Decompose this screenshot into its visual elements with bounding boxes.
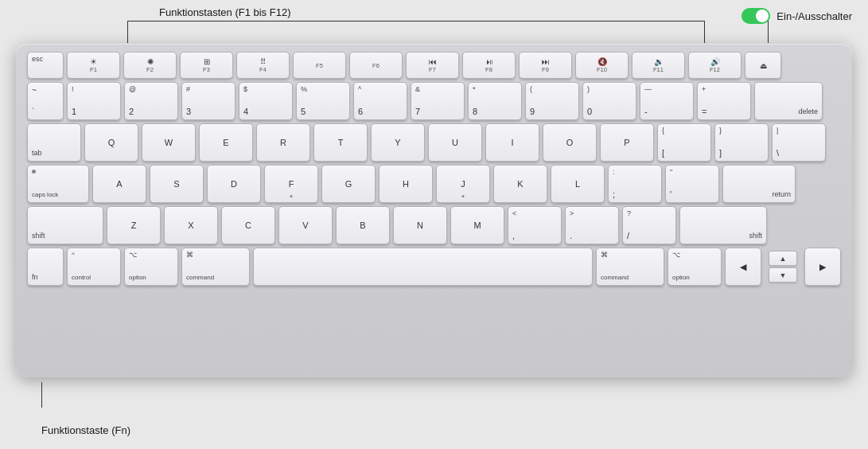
zxcv-key-row: shift Z X C V B N M < , > . ? / shift bbox=[27, 206, 841, 244]
fn-key-annotation: Funktionstaste (Fn) bbox=[41, 424, 130, 436]
j-bump bbox=[462, 195, 465, 197]
key-f8[interactable]: ⏯ F8 bbox=[462, 52, 516, 79]
key-d[interactable]: D bbox=[207, 165, 261, 203]
key-f3[interactable]: ⊞ F3 bbox=[180, 52, 233, 79]
key-caps-lock[interactable]: caps lock bbox=[27, 165, 89, 203]
key-f6[interactable]: F6 bbox=[349, 52, 403, 79]
key-k[interactable]: K bbox=[493, 165, 547, 203]
key-slash[interactable]: ? / bbox=[622, 206, 676, 244]
key-a[interactable]: A bbox=[92, 165, 146, 203]
function-keys-annotation: Funktionstasten (F1 bis F12) bbox=[159, 6, 290, 18]
key-option-right[interactable]: ⌥ option bbox=[668, 248, 722, 286]
key-arrow-right[interactable]: ▶ bbox=[804, 248, 841, 286]
function-keys-line-left bbox=[127, 21, 128, 43]
key-n[interactable]: N bbox=[393, 206, 447, 244]
key-x[interactable]: X bbox=[164, 206, 218, 244]
key-f[interactable]: F bbox=[264, 165, 318, 203]
key-f1[interactable]: ☀ F1 bbox=[67, 52, 120, 79]
key-f12[interactable]: 🔊 F12 bbox=[688, 52, 741, 79]
key-control[interactable]: ^ control bbox=[67, 248, 121, 286]
key-return[interactable]: return bbox=[722, 165, 796, 203]
key-h[interactable]: H bbox=[379, 165, 433, 203]
key-c[interactable]: C bbox=[221, 206, 275, 244]
key-shift-right[interactable]: shift bbox=[679, 206, 767, 244]
asdf-key-row: caps lock A S D F G H J K L : ; " ' retu… bbox=[27, 165, 841, 203]
key-4[interactable]: $ 4 bbox=[239, 82, 293, 120]
key-bracket-open[interactable]: { [ bbox=[657, 123, 711, 162]
key-3[interactable]: # 3 bbox=[181, 82, 235, 120]
key-bracket-close[interactable]: } ] bbox=[714, 123, 769, 162]
key-equals[interactable]: + = bbox=[697, 82, 751, 120]
key-f5[interactable]: F5 bbox=[293, 52, 346, 79]
key-minus[interactable]: — - bbox=[640, 82, 694, 120]
key-8[interactable]: * 8 bbox=[468, 82, 522, 120]
f-bump bbox=[290, 195, 293, 197]
key-u[interactable]: U bbox=[428, 123, 482, 162]
power-line bbox=[768, 21, 769, 43]
key-p[interactable]: P bbox=[600, 123, 654, 162]
key-arrow-up-down: ▲ ▼ bbox=[765, 248, 801, 286]
keyboard: esc ☀ F1 ✺ F2 ⊞ F3 ⠿ F4 F5 F6 ⏮ F7 ⏯ bbox=[16, 44, 852, 377]
key-9[interactable]: ( 9 bbox=[525, 82, 579, 120]
key-y[interactable]: Y bbox=[371, 123, 425, 162]
key-7[interactable]: & 7 bbox=[411, 82, 465, 120]
power-switch-area: Ein-/Ausschalter bbox=[741, 8, 852, 24]
key-command-left[interactable]: ⌘ command bbox=[181, 248, 250, 286]
key-eject[interactable]: ⏏ bbox=[745, 52, 781, 79]
key-5[interactable]: % 5 bbox=[296, 82, 350, 120]
qwerty-key-row: tab Q W E R T Y U I O P { [ } ] | \ bbox=[27, 123, 841, 162]
key-j[interactable]: J bbox=[436, 165, 490, 203]
key-backslash[interactable]: | \ bbox=[772, 123, 826, 162]
key-f4[interactable]: ⠿ F4 bbox=[236, 52, 290, 79]
key-f11[interactable]: 🔉 F11 bbox=[632, 52, 685, 79]
function-keys-line bbox=[127, 21, 705, 21]
key-s[interactable]: S bbox=[150, 165, 204, 203]
key-0[interactable]: ) 0 bbox=[582, 82, 636, 120]
key-m[interactable]: M bbox=[450, 206, 504, 244]
key-period[interactable]: > . bbox=[565, 206, 619, 244]
toggle-switch[interactable] bbox=[741, 8, 770, 24]
key-b[interactable]: B bbox=[336, 206, 390, 244]
key-command-right[interactable]: ⌘ command bbox=[596, 248, 664, 286]
key-semicolon[interactable]: : ; bbox=[608, 165, 662, 203]
key-v[interactable]: V bbox=[278, 206, 333, 244]
key-delete[interactable]: delete bbox=[754, 82, 823, 120]
key-r[interactable]: R bbox=[256, 123, 310, 162]
fn-annotation-line bbox=[41, 382, 42, 408]
key-q[interactable]: Q bbox=[84, 123, 138, 162]
power-switch-label: Ein-/Ausschalter bbox=[777, 10, 852, 22]
key-l[interactable]: L bbox=[551, 165, 605, 203]
key-i[interactable]: I bbox=[485, 123, 539, 162]
key-quote[interactable]: " ' bbox=[665, 165, 719, 203]
key-arrow-down[interactable]: ▼ bbox=[769, 267, 797, 283]
key-comma[interactable]: < , bbox=[508, 206, 562, 244]
key-o[interactable]: O bbox=[543, 123, 597, 162]
key-tilde[interactable]: ~ ` bbox=[27, 82, 64, 120]
key-w[interactable]: W bbox=[142, 123, 196, 162]
function-key-row: esc ☀ F1 ✺ F2 ⊞ F3 ⠿ F4 F5 F6 ⏮ F7 ⏯ bbox=[27, 52, 841, 79]
key-f2[interactable]: ✺ F2 bbox=[123, 52, 177, 79]
key-g[interactable]: G bbox=[321, 165, 376, 203]
toggle-thumb bbox=[756, 10, 769, 22]
key-f10[interactable]: 🔇 F10 bbox=[575, 52, 629, 79]
key-f9[interactable]: ⏭ F9 bbox=[519, 52, 572, 79]
key-z[interactable]: Z bbox=[107, 206, 161, 244]
function-keys-line-right bbox=[704, 21, 705, 43]
bottom-key-row: fn ^ control ⌥ option ⌘ command ⌘ comman… bbox=[27, 248, 841, 286]
key-tab[interactable]: tab bbox=[27, 123, 81, 162]
number-key-row: ~ ` ! 1 @ 2 # 3 $ 4 % 5 ^ 6 & 7 bbox=[27, 82, 841, 120]
key-shift-left[interactable]: shift bbox=[27, 206, 103, 244]
capslock-indicator bbox=[32, 170, 36, 174]
key-option-left[interactable]: ⌥ option bbox=[124, 248, 178, 286]
key-arrow-up[interactable]: ▲ bbox=[769, 251, 797, 266]
key-f7[interactable]: ⏮ F7 bbox=[406, 52, 459, 79]
key-6[interactable]: ^ 6 bbox=[353, 82, 407, 120]
key-esc[interactable]: esc bbox=[27, 52, 64, 79]
key-e[interactable]: E bbox=[199, 123, 253, 162]
key-arrow-left[interactable]: ◀ bbox=[725, 248, 761, 286]
key-t[interactable]: T bbox=[313, 123, 368, 162]
key-space[interactable] bbox=[253, 248, 593, 286]
key-2[interactable]: @ 2 bbox=[124, 82, 178, 120]
key-fn[interactable]: fn bbox=[27, 248, 64, 286]
key-1[interactable]: ! 1 bbox=[67, 82, 121, 120]
